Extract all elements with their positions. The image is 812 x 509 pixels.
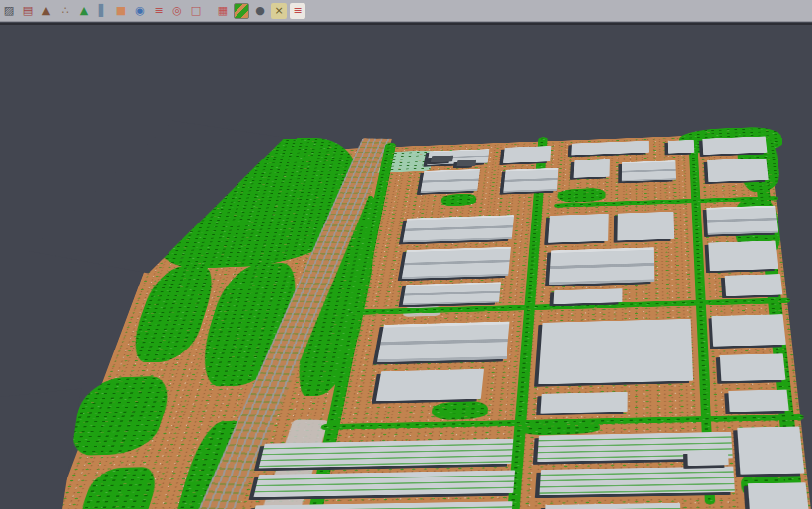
terrain-green-icon[interactable]: ▲: [76, 3, 92, 19]
building: [503, 168, 558, 193]
building: [553, 288, 622, 304]
circle-select-icon[interactable]: ◎: [169, 3, 185, 19]
building: [403, 215, 514, 242]
building: [421, 169, 480, 193]
building: [503, 146, 551, 163]
building-large: [538, 319, 693, 384]
sphere-icon[interactable]: ●: [252, 3, 268, 19]
warehouse-long: [544, 503, 681, 509]
scene-tilt: [0, 23, 812, 509]
building: [706, 206, 778, 235]
building: [548, 214, 609, 243]
veg-blob: [557, 188, 606, 203]
building: [571, 141, 649, 156]
building-dark: [431, 156, 453, 163]
building: [708, 241, 778, 271]
veg-blob: [431, 401, 489, 420]
terrain-edge-sw: [0, 388, 81, 509]
building: [737, 426, 804, 474]
warehouse-long: [253, 470, 515, 497]
warehouse-long: [539, 467, 735, 496]
building: [725, 274, 783, 296]
building: [687, 450, 728, 466]
building: [549, 247, 654, 285]
delete-cross-icon[interactable]: ×: [271, 3, 287, 19]
select-region-icon[interactable]: ▨: [1, 3, 17, 19]
terrain-brown-icon[interactable]: ▲: [38, 3, 54, 19]
building: [376, 369, 484, 401]
building-dark: [456, 160, 476, 167]
veg-sw-2: [73, 467, 162, 509]
grid-select-icon[interactable]: ▦: [215, 3, 231, 19]
globe-icon[interactable]: ◉: [132, 3, 148, 19]
toolbar: ▨▤▲∴▲▋■◉≡◎□▦●×≡: [0, 0, 812, 22]
building: [668, 140, 695, 154]
low-points-icon[interactable]: ∴: [57, 3, 73, 19]
ortho-image-icon[interactable]: ■: [113, 3, 129, 19]
layers-icon[interactable]: ≡: [151, 3, 167, 19]
building: [403, 282, 501, 305]
building: [720, 353, 786, 381]
classify-points-icon[interactable]: ▤: [20, 3, 35, 19]
building: [748, 482, 810, 509]
building: [402, 247, 511, 279]
building: [540, 392, 627, 414]
classification-view-icon[interactable]: [234, 3, 249, 19]
viewport-3d[interactable]: [0, 23, 812, 509]
building: [711, 314, 785, 347]
measure-lines-icon[interactable]: ≡: [290, 3, 305, 19]
veg-blob: [440, 194, 477, 207]
rect-select-icon[interactable]: □: [188, 3, 204, 19]
building: [622, 160, 676, 181]
building: [617, 212, 674, 241]
warehouse-long: [259, 439, 514, 469]
building: [728, 390, 788, 413]
building: [574, 159, 610, 178]
terrain-point-cloud: [0, 133, 812, 509]
building: [707, 159, 769, 182]
building: [377, 322, 510, 363]
profile-view-icon[interactable]: ▋: [95, 3, 110, 19]
building: [702, 136, 767, 155]
